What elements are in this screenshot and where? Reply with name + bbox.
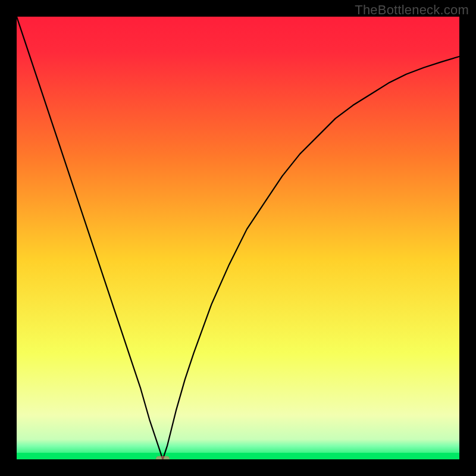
chart-svg (17, 17, 459, 459)
gradient-background (17, 17, 459, 459)
bottom-green-band (17, 453, 459, 459)
chart-frame: TheBottleneck.com (0, 0, 476, 476)
chart-plot-area (17, 17, 459, 459)
watermark-text: TheBottleneck.com (355, 2, 469, 18)
minimum-marker (156, 456, 170, 459)
